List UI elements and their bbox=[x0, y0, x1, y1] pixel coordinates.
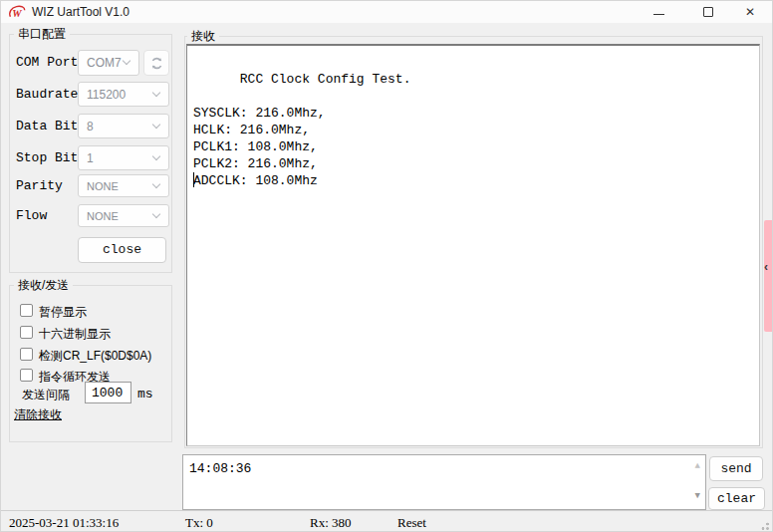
status-tx: Tx: 0 bbox=[185, 515, 213, 531]
receive-group: 接收 RCC Clock Config Test. SYSCLK: 216.0M… bbox=[184, 36, 763, 448]
interval-unit: ms bbox=[137, 387, 153, 401]
checkbox-icon bbox=[20, 348, 33, 361]
interval-input[interactable] bbox=[85, 382, 131, 403]
checkbox-pause-display[interactable]: 暂停显示 bbox=[20, 303, 159, 319]
data-bit-value: 8 bbox=[87, 120, 94, 133]
checkbox-detect-crlf[interactable]: 检测CR_LF($0D$0A) bbox=[20, 347, 169, 363]
window-title: WIZ UartTool V1.0 bbox=[32, 5, 129, 19]
clear-button[interactable]: clear bbox=[708, 487, 765, 510]
flow-value: NONE bbox=[87, 210, 119, 222]
flow-label: Flow bbox=[16, 208, 47, 223]
chevron-down-icon bbox=[152, 151, 160, 159]
send-input-value: 14:08:36 bbox=[189, 461, 251, 476]
data-bit-label: Data Bit bbox=[16, 119, 78, 133]
receive-content: RCC Clock Config Test. SYSCLK: 216.0Mhz,… bbox=[193, 72, 410, 188]
receive-console[interactable]: RCC Clock Config Test. SYSCLK: 216.0Mhz,… bbox=[186, 44, 760, 446]
rx-tx-group: 接收/发送 暂停显示 十六进制显示 检测CR_LF($0D$0A) 指令循环发送… bbox=[9, 285, 172, 442]
send-input[interactable]: 14:08:36 ▲ ▼ bbox=[182, 454, 706, 510]
stop-bit-label: Stop Bit bbox=[16, 150, 78, 165]
stop-bit-value: 1 bbox=[87, 151, 94, 165]
app-logo-icon: W bbox=[8, 4, 27, 24]
clear-receive-link[interactable]: 清除接收 bbox=[14, 406, 62, 423]
checkbox-hex-display[interactable]: 十六进制显示 bbox=[20, 325, 159, 341]
status-reset: Reset bbox=[397, 515, 426, 531]
close-icon: ✕ bbox=[745, 5, 755, 19]
svg-text:W: W bbox=[12, 8, 22, 19]
chevron-down-icon bbox=[152, 88, 160, 96]
minimize-icon bbox=[653, 14, 664, 15]
maximize-icon bbox=[703, 7, 713, 17]
minimize-button[interactable] bbox=[643, 1, 674, 23]
receive-title: 接收 bbox=[187, 28, 219, 45]
app-window: W WIZ UartTool V1.0 ✕ 串口配置 COM Port COM7… bbox=[0, 0, 773, 532]
chevron-left-icon: ‹ bbox=[764, 261, 768, 273]
checkbox-label: 暂停显示 bbox=[39, 304, 87, 321]
checkbox-label: 十六进制显示 bbox=[39, 326, 111, 343]
refresh-icon bbox=[149, 56, 164, 71]
overlay-collapse-tab[interactable]: ‹ bbox=[764, 220, 773, 332]
text-caret bbox=[193, 172, 194, 187]
close-button[interactable]: ✕ bbox=[734, 1, 766, 23]
data-bit-select[interactable]: 8 bbox=[78, 114, 169, 138]
status-bar: 2025-03-21 01:33:16 Tx: 0 Rx: 380 Reset bbox=[1, 510, 772, 532]
interval-label: 发送间隔 bbox=[22, 387, 70, 403]
baudrate-select[interactable]: 115200 bbox=[78, 82, 169, 107]
rx-tx-title: 接收/发送 bbox=[14, 277, 73, 294]
checkbox-icon bbox=[20, 326, 33, 339]
serial-config-group: 串口配置 COM Port COM7 Baudrate 115200 Data … bbox=[9, 34, 172, 273]
flow-select[interactable]: NONE bbox=[78, 204, 169, 227]
stop-bit-select[interactable]: 1 bbox=[78, 145, 169, 170]
com-port-value: COM7 bbox=[87, 56, 122, 70]
chevron-down-icon bbox=[152, 120, 160, 128]
resize-grip[interactable] bbox=[758, 519, 770, 531]
checkbox-icon bbox=[20, 304, 33, 317]
com-port-select[interactable]: COM7 bbox=[78, 50, 139, 76]
parity-select[interactable]: NONE bbox=[78, 174, 169, 197]
port-close-button[interactable]: close bbox=[78, 237, 166, 263]
checkbox-icon bbox=[20, 369, 33, 382]
com-port-label: COM Port bbox=[16, 55, 78, 70]
baudrate-label: Baudrate bbox=[16, 87, 78, 102]
chevron-down-icon bbox=[152, 209, 160, 217]
maximize-button[interactable] bbox=[692, 1, 724, 23]
checkbox-label: 检测CR_LF($0D$0A) bbox=[39, 348, 151, 365]
parity-label: Parity bbox=[16, 178, 63, 193]
baudrate-value: 115200 bbox=[87, 88, 126, 102]
titlebar[interactable]: W WIZ UartTool V1.0 ✕ bbox=[1, 1, 772, 23]
scroll-down-icon[interactable]: ▼ bbox=[695, 491, 700, 501]
serial-config-title: 串口配置 bbox=[14, 26, 70, 43]
parity-value: NONE bbox=[87, 180, 119, 192]
status-datetime: 2025-03-21 01:33:16 bbox=[9, 515, 119, 531]
scroll-up-icon[interactable]: ▲ bbox=[695, 461, 700, 471]
refresh-ports-button[interactable] bbox=[143, 50, 169, 76]
send-button[interactable]: send bbox=[709, 456, 763, 481]
chevron-down-icon bbox=[152, 179, 160, 187]
status-rx: Rx: 380 bbox=[310, 515, 352, 531]
chevron-down-icon bbox=[123, 57, 130, 65]
